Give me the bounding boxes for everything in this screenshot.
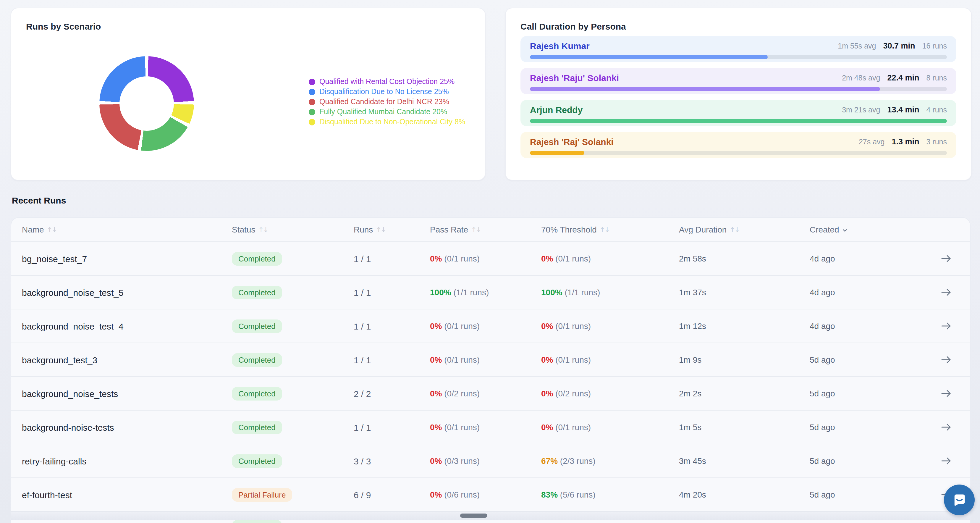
- table-row[interactable]: background_noise_tests Completed 2 / 2 0…: [11, 376, 970, 410]
- legend-item[interactable]: Qualified with Rental Cost Objection 25%: [309, 78, 465, 86]
- created: 5d ago: [810, 490, 933, 499]
- persona-runs: 4 runs: [926, 106, 947, 114]
- persona-row[interactable]: Arjun Reddy 3m 21s avg 13.4 min 4 runs: [520, 100, 956, 126]
- persona-bar-track: [530, 55, 947, 59]
- persona-total-minutes: 30.7 min: [883, 41, 915, 50]
- created: 5d ago: [810, 456, 933, 466]
- legend-label: Disqualification Due to No License 25%: [319, 88, 449, 96]
- pass-rate-cell: 0% (0/1 runs): [430, 254, 541, 263]
- column-header-created[interactable]: Created: [810, 225, 933, 234]
- avg-duration: 2m 58s: [679, 254, 810, 263]
- persona-rows: Rajesh Kumar 1m 55s avg 30.7 min 16 runs…: [520, 36, 956, 158]
- threshold-cell: 0% (0/2 runs): [541, 389, 679, 398]
- run-name: background_noise_tests: [22, 388, 232, 399]
- status-badge: Completed: [232, 454, 282, 468]
- persona-bar-fill: [530, 119, 947, 123]
- arrow-right-icon[interactable]: [941, 322, 951, 330]
- scenario-legend: Qualified with Rental Cost Objection 25%…: [309, 78, 465, 126]
- sort-icon: ↑↓: [600, 226, 609, 233]
- horizontal-scrollbar-thumb[interactable]: [460, 513, 487, 518]
- pass-rate-cell: 0% (0/1 runs): [430, 423, 541, 432]
- scenario-donut-ring[interactable]: [99, 56, 194, 151]
- avg-duration: 2m 2s: [679, 389, 810, 398]
- threshold-cell: 0% (0/1 runs): [541, 355, 679, 364]
- run-name: ef-fourth-test: [22, 490, 232, 500]
- sort-icon: ↑↓: [47, 226, 57, 233]
- legend-item[interactable]: Disqualified Due to Non-Operational City…: [309, 118, 465, 126]
- legend-dot-icon: [309, 99, 315, 105]
- persona-runs: 8 runs: [926, 74, 947, 82]
- sort-icon: ↑↓: [258, 226, 268, 233]
- persona-bar-fill: [530, 55, 768, 59]
- pass-rate-cell: 0% (0/6 runs): [430, 490, 541, 499]
- chat-launcher-button[interactable]: [944, 485, 975, 515]
- persona-row[interactable]: Rajesh 'Raju' Solanki 2m 48s avg 22.4 mi…: [520, 68, 956, 94]
- column-header-avg-duration[interactable]: Avg Duration↑↓: [679, 225, 810, 234]
- legend-item[interactable]: Qualified Candidate for Delhi-NCR 23%: [309, 98, 465, 105]
- persona-avg: 2m 48s avg: [842, 74, 880, 82]
- persona-row[interactable]: Rajesh 'Raj' Solanki 27s avg 1.3 min 3 r…: [520, 132, 956, 158]
- avg-duration: 4m 20s: [679, 490, 810, 499]
- status-badge: Partial Failure: [232, 488, 292, 501]
- avg-duration: 1m 12s: [679, 321, 810, 331]
- runs-count: 1 / 1: [354, 254, 430, 263]
- legend-item[interactable]: Fully Qualified Mumbai Candidate 20%: [309, 108, 465, 116]
- persona-bar-track: [530, 119, 947, 123]
- table-row[interactable]: background_noise_test_5 Completed 1 / 1 …: [11, 275, 970, 309]
- dashboard-page: Runs by Scenario Qualified with Rental C…: [0, 0, 980, 523]
- scenario-card-title: Runs by Scenario: [11, 8, 485, 31]
- runs-count: 6 / 9: [354, 490, 430, 500]
- column-header-name[interactable]: Name↑↓: [22, 225, 232, 234]
- arrow-right-icon[interactable]: [941, 457, 951, 465]
- runs-count: 1 / 1: [354, 287, 430, 297]
- runs-count: 1 / 1: [354, 321, 430, 331]
- legend-dot-icon: [309, 109, 315, 115]
- column-header-runs[interactable]: Runs↑↓: [354, 225, 430, 234]
- sort-icon: ↑↓: [730, 226, 739, 233]
- table-row-partial[interactable]: Completed: [11, 520, 970, 523]
- sort-icon: ↑↓: [376, 226, 386, 233]
- runs-count: 2 / 2: [354, 388, 430, 399]
- arrow-right-icon[interactable]: [941, 423, 951, 431]
- persona-total-minutes: 13.4 min: [887, 105, 919, 114]
- table-row[interactable]: bg_noise_test_7 Completed 1 / 1 0% (0/1 …: [11, 241, 970, 275]
- arrow-right-icon[interactable]: [941, 356, 951, 364]
- table-row[interactable]: background_noise_test_4 Completed 1 / 1 …: [11, 309, 970, 343]
- column-header-pass-rate[interactable]: Pass Rate↑↓: [430, 225, 541, 234]
- status-badge: Completed: [232, 252, 282, 265]
- avg-duration: 3m 45s: [679, 456, 810, 466]
- persona-runs: 16 runs: [922, 42, 947, 50]
- avg-duration: 1m 5s: [679, 423, 810, 432]
- run-name: retry-failing-calls: [22, 456, 232, 466]
- table-row[interactable]: background-noise-tests Completed 1 / 1 0…: [11, 410, 970, 444]
- run-name: bg_noise_test_7: [22, 254, 232, 263]
- status-badge: Completed: [232, 420, 282, 434]
- legend-item[interactable]: Disqualification Due to No License 25%: [309, 88, 465, 96]
- table-row[interactable]: background_test_3 Completed 1 / 1 0% (0/…: [11, 343, 970, 376]
- arrow-right-icon[interactable]: [941, 254, 951, 263]
- table-row[interactable]: retry-failing-calls Completed 3 / 3 0% (…: [11, 444, 970, 477]
- created: 4d ago: [810, 321, 933, 331]
- threshold-cell: 0% (0/1 runs): [541, 254, 679, 263]
- legend-dot-icon: [309, 89, 315, 95]
- recent-runs-heading: Recent Runs: [12, 195, 66, 205]
- column-header-status[interactable]: Status↑↓: [232, 225, 354, 234]
- legend-dot-icon: [309, 119, 315, 126]
- call-duration-by-persona-card: Call Duration by Persona Rajesh Kumar 1m…: [505, 8, 972, 180]
- run-name: background_noise_test_5: [22, 287, 232, 297]
- column-header-threshold[interactable]: 70% Threshold↑↓: [541, 225, 679, 234]
- arrow-right-icon[interactable]: [941, 288, 951, 297]
- top-cards: Runs by Scenario Qualified with Rental C…: [11, 8, 972, 180]
- runs-count: 3 / 3: [354, 456, 430, 466]
- persona-avg: 27s avg: [859, 138, 885, 146]
- created: 5d ago: [810, 355, 933, 364]
- arrow-right-icon[interactable]: [941, 389, 951, 397]
- threshold-cell: 67% (2/3 runs): [541, 456, 679, 466]
- table-row[interactable]: ef-fourth-test Partial Failure 6 / 9 0% …: [11, 477, 970, 511]
- persona-bar-fill: [530, 151, 584, 155]
- persona-row[interactable]: Rajesh Kumar 1m 55s avg 30.7 min 16 runs: [520, 36, 956, 62]
- persona-runs: 3 runs: [926, 138, 947, 146]
- persona-avg: 3m 21s avg: [842, 106, 880, 114]
- created: 5d ago: [810, 389, 933, 398]
- run-name: background-noise-tests: [22, 422, 232, 432]
